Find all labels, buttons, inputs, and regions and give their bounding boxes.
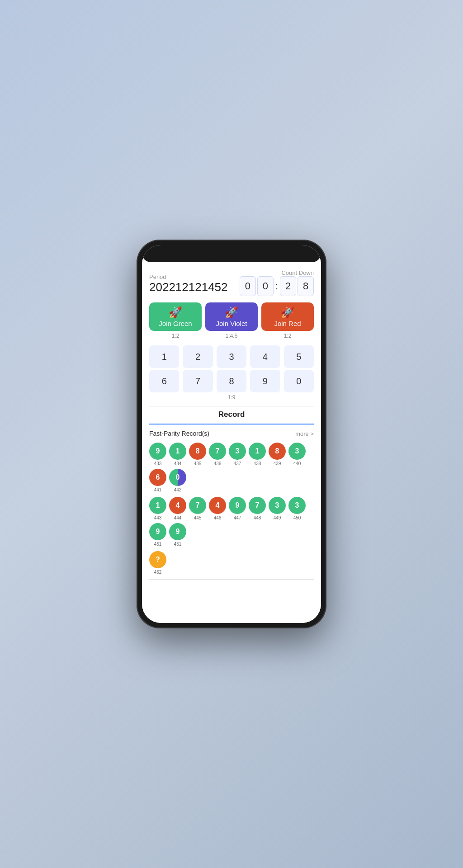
num-btn-9[interactable]: 9 [250, 370, 280, 392]
record-title: Record [149, 410, 314, 419]
circle-seq-449: 449 [274, 515, 281, 520]
circle-item-436: 7 436 [209, 443, 226, 466]
divider-1 [149, 406, 314, 406]
circle-441: 6 [149, 469, 166, 486]
phone-frame: Period 202212121452 Count Down 0 0 : 2 8 [137, 240, 326, 628]
join-buttons-row: 🚀 Join Green 🚀 Join Violet 🚀 Join Red [149, 302, 314, 331]
join-green-ratio: 1:2 [149, 333, 202, 339]
circles-row-2: 1 443 4 444 7 445 4 446 9 447 [149, 497, 314, 547]
join-green-button[interactable]: 🚀 Join Green [149, 302, 202, 331]
period-label: Period [149, 274, 228, 280]
period-value: 202212121452 [149, 280, 228, 294]
circle-434: 1 [169, 443, 186, 460]
circle-451a: 9 [149, 523, 166, 540]
circle-item-451a: 9 451 [149, 523, 166, 547]
circle-seq-440: 440 [293, 461, 301, 466]
circle-seq-442: 442 [174, 487, 182, 492]
join-violet-button[interactable]: 🚀 Join Violet [205, 302, 258, 331]
blue-underline [149, 424, 314, 425]
countdown-boxes: 0 0 : 2 8 [240, 276, 314, 296]
circle-seq-438: 438 [254, 461, 261, 466]
phone-screen: Period 202212121452 Count Down 0 0 : 2 8 [142, 245, 321, 623]
period-section: Period 202212121452 [149, 274, 228, 296]
join-red-label: Join Red [274, 320, 301, 327]
record-subtitle: Fast-Parity Record(s) [149, 430, 209, 437]
join-ratios-row: 1:2 1:4.5 1:2 [149, 333, 314, 339]
circle-446: 4 [209, 497, 226, 514]
circle-item-448: 7 448 [249, 497, 266, 520]
divider-2 [149, 579, 314, 580]
countdown-label: Count Down [240, 269, 314, 276]
notch [204, 249, 259, 259]
circle-seq-450: 450 [293, 515, 301, 520]
circle-item-447: 9 447 [229, 497, 246, 520]
top-section: Period 202212121452 Count Down 0 0 : 2 8 [149, 269, 314, 296]
circle-seq-444: 444 [174, 515, 182, 520]
circle-452: ? [149, 551, 166, 568]
join-red-button[interactable]: 🚀 Join Red [261, 302, 314, 331]
circle-item-450: 3 450 [288, 497, 306, 520]
circle-item-442: 0 442 [169, 469, 186, 492]
num-btn-5[interactable]: 5 [284, 345, 314, 368]
circle-item-437: 3 437 [229, 443, 246, 466]
circle-436: 7 [209, 443, 226, 460]
circle-440: 3 [288, 443, 306, 460]
join-green-label: Join Green [159, 320, 192, 327]
num-btn-4[interactable]: 4 [250, 345, 280, 368]
num-btn-1[interactable]: 1 [149, 345, 179, 368]
circle-449: 3 [269, 497, 286, 514]
grid-ratio: 1:9 [149, 394, 314, 401]
circle-439: 8 [269, 443, 286, 460]
num-btn-7[interactable]: 7 [183, 370, 213, 392]
circle-item-446: 4 446 [209, 497, 226, 520]
countdown-digit-1: 0 [257, 276, 274, 296]
join-violet-label: Join Violet [216, 320, 247, 327]
circle-item-443: 1 443 [149, 497, 166, 520]
circle-seq-437: 437 [234, 461, 241, 466]
circle-seq-434: 434 [174, 461, 182, 466]
countdown-digit-2: 2 [280, 276, 296, 296]
num-btn-0[interactable]: 0 [284, 370, 314, 392]
circle-item-452: ? 452 [149, 551, 166, 575]
num-btn-6[interactable]: 6 [149, 370, 179, 392]
circle-448: 7 [249, 497, 266, 514]
circle-seq-435: 435 [194, 461, 202, 466]
countdown-section: Count Down 0 0 : 2 8 [240, 269, 314, 296]
circle-item-434: 1 434 [169, 443, 186, 466]
circle-443: 1 [149, 497, 166, 514]
countdown-colon: : [275, 280, 278, 292]
circles-row-3: ? 452 [149, 551, 314, 575]
countdown-digit-3: 8 [298, 276, 314, 296]
circle-item-440: 3 440 [288, 443, 306, 466]
circle-item-439: 8 439 [269, 443, 286, 466]
circle-seq-445: 445 [194, 515, 202, 520]
circle-item-451b: 9 451 [169, 523, 186, 547]
rocket-icon-green: 🚀 [169, 307, 182, 318]
circle-item-433: 9 433 [149, 443, 166, 466]
circle-seq-448: 448 [254, 515, 261, 520]
circle-445: 7 [189, 497, 206, 514]
circle-item-435: 8 435 [189, 443, 206, 466]
circle-seq-451a: 451 [154, 542, 162, 547]
circle-450: 3 [288, 497, 306, 514]
more-link[interactable]: more > [295, 430, 314, 437]
number-grid-row1: 1 2 3 4 5 [149, 345, 314, 368]
countdown-digit-0: 0 [240, 276, 256, 296]
circle-seq-433: 433 [154, 461, 162, 466]
circle-451b: 9 [169, 523, 186, 540]
num-btn-2[interactable]: 2 [183, 345, 213, 368]
record-header: Fast-Parity Record(s) more > [149, 430, 314, 437]
circle-seq-451b: 451 [174, 542, 182, 547]
rocket-icon-violet: 🚀 [225, 307, 238, 318]
circle-seq-439: 439 [274, 461, 281, 466]
circle-item-441: 6 441 [149, 469, 166, 492]
num-btn-3[interactable]: 3 [217, 345, 246, 368]
circle-438: 1 [249, 443, 266, 460]
join-buttons-section: 🚀 Join Green 🚀 Join Violet 🚀 Join Red 1:… [149, 302, 314, 339]
circle-seq-446: 446 [214, 515, 222, 520]
num-btn-8[interactable]: 8 [217, 370, 246, 392]
screen-content: Period 202212121452 Count Down 0 0 : 2 8 [142, 262, 321, 623]
join-violet-ratio: 1:4.5 [205, 333, 258, 339]
circle-447: 9 [229, 497, 246, 514]
circle-442: 0 [169, 469, 186, 486]
